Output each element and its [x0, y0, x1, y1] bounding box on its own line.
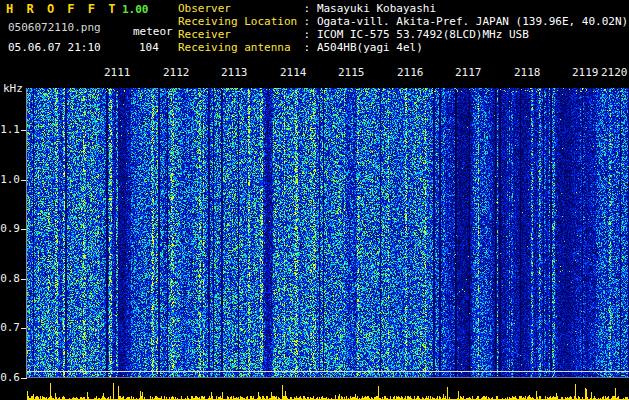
hrofft-window: H R O F F T 1.00 0506072110.png meteor 0… [0, 0, 629, 400]
time-label-2119: 2119 [572, 67, 599, 79]
output-filename: 0506072110.png [8, 22, 101, 34]
info-separator: : [297, 2, 317, 15]
time-label-2113: 2113 [221, 67, 248, 79]
info-row-antenna: Receiving antenna : A504HB(yagi 4el) [178, 42, 423, 54]
info-value: A504HB(yagi 4el) [317, 41, 423, 54]
freq-label-0.7: 0.7 [0, 322, 20, 334]
freq-tick [21, 378, 27, 379]
time-label-2115: 2115 [338, 67, 365, 79]
info-separator: : [297, 15, 317, 28]
signal-meter-canvas [27, 380, 629, 400]
freq-label-0.8: 0.8 [0, 273, 20, 285]
info-label: Observer [178, 3, 297, 15]
echo-count: 104 [139, 42, 159, 54]
info-label: Receiver [178, 29, 297, 41]
time-label-2112: 2112 [163, 67, 190, 79]
app-version: 1.00 [122, 4, 149, 16]
info-row-location: Receiving Location : Ogata-vill. Akita-P… [178, 16, 628, 28]
info-label: Receiving Location [178, 16, 297, 28]
info-row-receiver: Receiver : ICOM IC-575 53.7492(8LCD)MHz … [178, 29, 529, 41]
info-separator: : [297, 41, 317, 54]
info-value: Masayuki Kobayashi [317, 2, 436, 15]
time-label-2111: 2111 [104, 67, 131, 79]
time-label-2117: 2117 [455, 67, 482, 79]
info-value: ICOM IC-575 53.7492(8LCD)MHz USB [317, 28, 529, 41]
time-label-2116: 2116 [397, 67, 424, 79]
time-label-2114: 2114 [280, 67, 307, 79]
spectrogram-canvas [27, 88, 629, 378]
info-separator: : [297, 28, 317, 41]
app-title: H R O F F T [6, 3, 118, 15]
freq-label-0.6: 0.6 [0, 372, 20, 384]
freq-label-0.9: 0.9 [0, 223, 20, 235]
info-label: Receiving antenna [178, 42, 297, 54]
time-label-2120: 2120 [601, 67, 628, 79]
khz-unit-label: kHz [3, 83, 23, 95]
time-label-2118: 2118 [514, 67, 541, 79]
info-value: Ogata-vill. Akita-Pref. JAPAN (139.96E, … [317, 15, 628, 28]
info-row-observer: Observer : Masayuki Kobayashi [178, 3, 436, 15]
freq-label-1.0: 1.0 [0, 174, 20, 186]
mode-label: meteor [133, 26, 173, 38]
datetime-label: 05.06.07 21:10 [8, 42, 101, 54]
freq-label-1.1: 1.1 [0, 124, 20, 136]
